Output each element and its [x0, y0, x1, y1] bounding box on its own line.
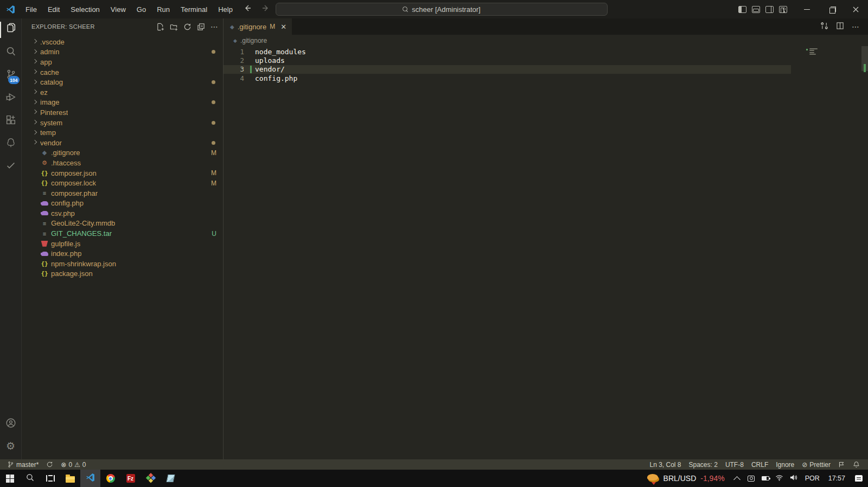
chrome-button[interactable] [100, 470, 120, 487]
file-csv.php[interactable]: csv.php [22, 208, 223, 219]
code-line-3[interactable]: 3vendor/ [224, 65, 791, 74]
minimap[interactable] [791, 47, 861, 112]
restore-button[interactable] [819, 0, 844, 18]
refresh-icon[interactable] [183, 23, 192, 31]
feedback-button[interactable] [834, 461, 849, 468]
folder-vendor[interactable]: vendor [22, 138, 223, 148]
close-button[interactable] [844, 0, 868, 18]
split-editor-icon[interactable] [836, 22, 844, 32]
new-file-icon[interactable] [156, 23, 164, 31]
file-npm-shrinkwrap.json[interactable]: {}npm-shrinkwrap.json [22, 259, 223, 269]
file-explorer-button[interactable] [60, 470, 80, 487]
file-composer.lock[interactable]: {}composer.lockM [22, 178, 223, 188]
menu-run[interactable]: Run [152, 3, 175, 16]
more-actions-icon[interactable]: ⋯ [210, 22, 219, 31]
menu-terminal[interactable]: Terminal [176, 3, 212, 16]
tab-close-icon[interactable]: ✕ [280, 23, 286, 31]
activity-checklist-extension[interactable] [0, 155, 22, 178]
new-folder-icon[interactable] [170, 23, 178, 31]
collapse-all-icon[interactable] [197, 23, 205, 31]
taskbar-search-button[interactable] [20, 470, 40, 487]
activity-extensions[interactable] [0, 110, 22, 132]
code-area[interactable]: 1node_modules2uploads3vendor/4config.php [224, 46, 868, 82]
activity-tree-extension[interactable] [0, 132, 22, 155]
breadcrumb[interactable]: ◆ .gitignore [224, 35, 868, 46]
window-title-search[interactable]: scheer [Administrator] [276, 3, 608, 16]
currency-ticker[interactable]: BRL/USD -1,94% [642, 473, 730, 483]
language-indicator[interactable]: POR [801, 475, 824, 482]
nav-back-icon[interactable] [243, 4, 252, 15]
encoding-indicator[interactable]: UTF-8 [722, 461, 748, 469]
scrollbar[interactable] [861, 46, 868, 471]
tray-device-button[interactable] [744, 476, 758, 482]
taskbar-clock[interactable]: 17:57 [824, 475, 850, 482]
file-gulpfile.js[interactable]: gulpfile.js [22, 239, 223, 249]
formatter-indicator[interactable]: ⊘ Prettier [798, 461, 834, 469]
menu-file[interactable]: File [21, 3, 42, 16]
settings-gear-icon[interactable]: ⚙ [0, 434, 22, 457]
menu-edit[interactable]: Edit [43, 3, 65, 16]
file-GeoLite2-City.mmdb[interactable]: ≡GeoLite2-City.mmdb [22, 219, 223, 229]
file-GIT_CHANGES.tar[interactable]: ≡GIT_CHANGES.tarU [22, 228, 223, 239]
filezilla-button[interactable]: Fz [120, 470, 141, 487]
folder-app[interactable]: app [22, 57, 223, 67]
sync-button[interactable] [42, 461, 57, 468]
hidden-icons-button[interactable] [730, 475, 744, 482]
winmerge-button[interactable] [141, 470, 161, 487]
open-changes-icon[interactable] [820, 22, 828, 32]
notifications-button[interactable] [849, 461, 864, 468]
indentation-indicator[interactable]: Spaces: 2 [685, 461, 722, 469]
git-modified-dot [212, 80, 215, 84]
folder-ez[interactable]: ez [22, 87, 223, 98]
file-.htaccess[interactable]: ⚙.htaccess [22, 158, 223, 168]
tab-gitignore[interactable]: ◆ .gitignore M ✕ [224, 18, 292, 35]
file-composer.phar[interactable]: ≡composer.phar [22, 188, 223, 198]
folder-temp[interactable]: temp [22, 127, 223, 138]
start-button[interactable] [0, 470, 20, 487]
toggle-secondary-sidebar-icon[interactable] [765, 6, 774, 13]
account-icon[interactable] [0, 412, 22, 434]
chevron-right-icon [30, 98, 39, 107]
eol-indicator[interactable]: CRLF [748, 461, 772, 469]
folder-cache[interactable]: cache [22, 67, 223, 78]
code-line-1[interactable]: 1node_modules [224, 47, 791, 56]
code-line-4[interactable]: 4config.php [224, 74, 791, 82]
file-package.json[interactable]: {}package.json [22, 269, 223, 279]
toggle-sidebar-icon[interactable] [738, 6, 746, 13]
branch-indicator[interactable]: master* [3, 461, 42, 469]
file-config.php[interactable]: config.php [22, 198, 223, 209]
customize-layout-icon[interactable] [779, 6, 787, 13]
battery-button[interactable] [758, 476, 773, 480]
toggle-panel-icon[interactable] [752, 6, 760, 13]
activity-run-debug[interactable] [0, 87, 22, 110]
file-composer.json[interactable]: {}composer.jsonM [22, 168, 223, 178]
activity-source-control[interactable]: 104 [0, 64, 22, 87]
folder-.vscode[interactable]: .vscode [22, 37, 223, 47]
menu-view[interactable]: View [106, 3, 131, 16]
folder-system[interactable]: system [22, 118, 223, 128]
task-view-button[interactable] [40, 470, 60, 487]
language-mode-indicator[interactable]: Ignore [772, 461, 798, 469]
menu-selection[interactable]: Selection [66, 3, 104, 16]
vscode-taskbar-button[interactable] [80, 470, 100, 487]
folder-admin[interactable]: admin [22, 47, 223, 57]
folder-catalog[interactable]: catalog [22, 77, 223, 87]
nav-forward-icon[interactable] [261, 4, 270, 15]
notepad-button[interactable] [161, 470, 181, 487]
action-center-button[interactable] [850, 475, 868, 482]
editor-more-actions-icon[interactable]: ⋯ [852, 22, 859, 31]
file-.gitignore[interactable]: ◆.gitignoreM [22, 148, 223, 158]
activity-explorer[interactable] [0, 18, 22, 41]
menu-help[interactable]: Help [213, 3, 238, 16]
cursor-position[interactable]: Ln 3, Col 8 [646, 461, 685, 469]
activity-search[interactable] [0, 41, 22, 64]
file-index.php[interactable]: index.php [22, 248, 223, 259]
wifi-button[interactable] [773, 473, 787, 483]
menu-go[interactable]: Go [132, 3, 151, 16]
problems-indicator[interactable]: ⊗ 0 ⚠ 0 [57, 461, 90, 469]
minimize-button[interactable] [795, 0, 819, 18]
folder-image[interactable]: image [22, 98, 223, 108]
code-line-2[interactable]: 2uploads [224, 56, 791, 65]
volume-button[interactable] [787, 473, 801, 483]
folder-Pinterest[interactable]: Pinterest [22, 107, 223, 118]
